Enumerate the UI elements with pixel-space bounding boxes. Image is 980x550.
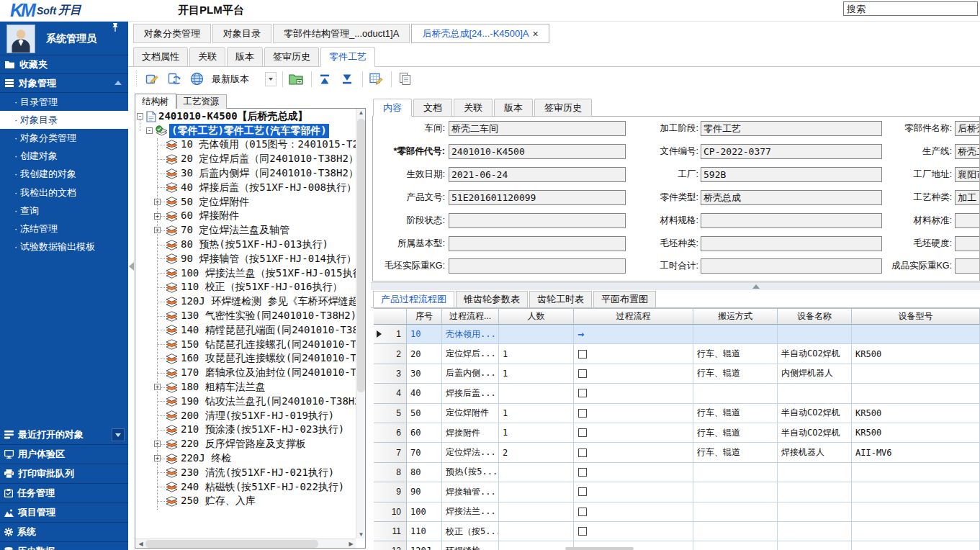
table-row[interactable]: 220定位焊后...1行车、辊道半自动CO2焊机KR500 (374, 344, 980, 364)
table-cell[interactable]: 预热(按5... (442, 463, 499, 482)
recent-dropdown-icon[interactable] (112, 428, 125, 441)
content-tab[interactable]: 关联 (454, 99, 493, 117)
tree-node[interactable]: 190 钻攻法兰盘孔(同2401010-T38H2) (135, 395, 356, 409)
flow-checkbox[interactable] (578, 389, 587, 397)
table-cell[interactable]: 1 (499, 344, 574, 364)
tree-node[interactable]: 30 后盖内侧焊（同2401010-T38H2） (135, 166, 356, 181)
content-tab[interactable]: 签审历史 (534, 99, 592, 117)
table-cell[interactable]: 半自动CO2焊机 (778, 404, 852, 423)
content-tab[interactable]: 版本 (494, 99, 533, 117)
splitter-collapse-icon[interactable] (752, 284, 760, 289)
table-cell[interactable]: 50 (407, 404, 442, 423)
tree-node[interactable]: +220J 终检 (135, 451, 356, 466)
form-input[interactable]: 加工 (955, 190, 980, 205)
sidebar-item[interactable]: · 目录管理 (0, 93, 128, 111)
scroll-to-top-icon[interactable] (316, 71, 333, 88)
table-cell[interactable] (852, 541, 980, 550)
form-input[interactable] (955, 213, 980, 228)
tree-node[interactable]: 150 钻琵琶孔连接螺孔(同2401010-T38H (135, 338, 356, 352)
tree-node[interactable]: 100 焊接法兰盘（按51XF-HJ-015执行） (135, 266, 356, 281)
form-input[interactable] (449, 258, 626, 274)
sidebar-item[interactable]: · 试验数据输出模板 (0, 238, 128, 256)
flow-checkbox[interactable] (578, 527, 587, 536)
expand-node-icon[interactable]: + (154, 384, 161, 390)
table-cell[interactable] (693, 541, 778, 550)
table-cell[interactable]: 焊接轴管... (442, 482, 499, 502)
tree-node[interactable]: +50 定位焊附件 (135, 195, 356, 209)
row-header-cell[interactable]: 1 (374, 325, 407, 344)
table-cell[interactable] (852, 384, 980, 403)
tree-node[interactable]: 130 气密性实验(同2401010-T38H2) (135, 309, 356, 323)
table-row[interactable]: 880预热(按5... (374, 463, 980, 482)
table-row[interactable]: 10100焊接法兰... (374, 502, 980, 522)
table-cell[interactable]: 行车、辊道 (693, 443, 778, 462)
table-row[interactable]: 11110校正（按5... (374, 522, 980, 541)
panel-collapse-handle[interactable] (128, 261, 135, 272)
table-cell[interactable]: 焊接后盖... (442, 384, 499, 403)
table-cell[interactable] (778, 482, 852, 502)
document-tab[interactable]: 零部件结构管理_...oduct1]A (273, 24, 410, 43)
sidebar-item[interactable]: · 对象分类管理 (0, 129, 128, 147)
tree-node[interactable]: +60 焊接附件 (135, 209, 356, 224)
tree-node[interactable]: 170 磨轴承位及油封位(同2401010-T38H (135, 366, 356, 380)
refresh-version-icon[interactable] (166, 71, 183, 88)
tree-node[interactable]: 200 清理(按51XF-HJ-019执行) (135, 409, 356, 423)
row-header-cell[interactable]: 6 (374, 423, 407, 443)
bottom-tab[interactable]: 产品过程流程图 (373, 291, 454, 308)
table-cell[interactable]: 行车、辊道 (693, 364, 778, 384)
scrollbar-thumb[interactable] (145, 540, 318, 548)
bottom-tab[interactable]: 锥齿轮参数表 (456, 291, 528, 308)
table-header-cell[interactable] (374, 308, 407, 325)
table-cell[interactable]: KR500 (852, 423, 980, 443)
content-tab[interactable]: 文档 (413, 99, 452, 117)
sidebar-item[interactable]: 用户体验区 (0, 445, 128, 464)
table-cell[interactable] (574, 482, 693, 502)
tree-node[interactable]: +180 粗精车法兰盘 (135, 380, 356, 395)
table-cell[interactable] (693, 384, 778, 403)
sub-tab[interactable]: 版本 (227, 47, 263, 67)
table-cell[interactable]: 行车、辊道 (693, 423, 778, 443)
table-row[interactable]: 550定位焊附件1行车、辊道半自动CO2焊机KR500 (374, 404, 980, 423)
table-header-cell[interactable]: 人数 (499, 308, 574, 325)
table-row[interactable]: 110壳体领用...→ (374, 325, 980, 344)
table-cell[interactable]: 焊接法兰... (442, 502, 499, 522)
tree-node[interactable]: 40 焊接后盖（按51XF-HJ-008执行） (135, 181, 356, 195)
table-cell[interactable]: 定位焊附件 (442, 404, 499, 423)
table-row[interactable]: 990焊接轴管... (374, 482, 980, 502)
tree-node[interactable]: +220 反序焊管路座及支撑板 (135, 437, 356, 451)
tree-node-process[interactable]: -(零件工艺)零件工艺(汽车零部件) (135, 124, 356, 138)
sidebar-item[interactable]: 系统 (0, 523, 128, 542)
table-header-cell[interactable]: 过程流程 (574, 308, 693, 325)
table-cell[interactable] (499, 522, 574, 541)
form-input[interactable]: 51E201601120099 (449, 190, 626, 205)
table-horizontal-scrollbar[interactable] (565, 547, 634, 550)
table-cell[interactable] (574, 423, 693, 443)
table-cell[interactable]: 1 (499, 423, 574, 443)
sidebar-item[interactable]: 项目管理 (0, 503, 128, 523)
scrollbar-thumb[interactable] (357, 119, 365, 392)
open-folder-icon[interactable] (287, 71, 305, 88)
tree-node[interactable]: 210 预涂漆(按51XF-HJ-023执行) (135, 423, 356, 438)
table-cell[interactable] (693, 325, 778, 344)
row-header-cell[interactable]: 11 (374, 522, 407, 541)
flow-checkbox[interactable] (578, 409, 587, 418)
table-cell[interactable] (778, 502, 852, 522)
form-input[interactable]: 2021-06-24 (449, 167, 626, 182)
sidebar-item[interactable]: 最近打开的对象 (0, 425, 128, 445)
tree-node[interactable]: 120J 环焊缝检测 参见《车桥环焊缝超声 (135, 294, 356, 309)
table-cell[interactable] (499, 482, 574, 502)
table-header-cell[interactable]: 设备名称 (778, 308, 852, 325)
document-tab[interactable]: 后桥壳总成[24...-K4500]A× (411, 24, 549, 43)
table-cell[interactable]: 壳体领用... (442, 325, 499, 344)
table-cell[interactable]: 10 (407, 325, 442, 344)
tree-node[interactable]: 10 壳体领用（015图号：2401015-T2H0, (135, 138, 356, 153)
version-dropdown[interactable]: 最新版本 (212, 71, 277, 88)
sidebar-item[interactable]: 打印审批队列 (0, 464, 128, 484)
table-row[interactable]: 12120J环焊缝检... (374, 541, 980, 550)
table-cell[interactable] (852, 463, 980, 482)
edit-object-icon[interactable] (143, 71, 161, 88)
table-cell[interactable] (499, 325, 574, 344)
sub-tab[interactable]: 签审历史 (264, 47, 319, 67)
table-cell[interactable] (574, 404, 693, 423)
table-cell[interactable]: 1 (499, 404, 574, 423)
